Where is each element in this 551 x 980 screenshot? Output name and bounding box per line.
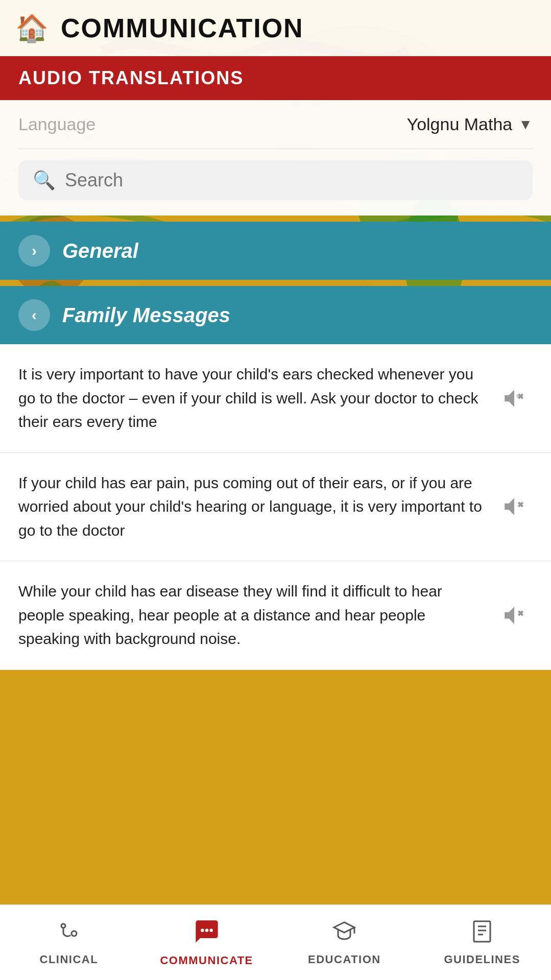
clinical-nav-label: CLINICAL [40,953,99,966]
svg-rect-28 [474,921,490,942]
chevron-down-icon: ▼ [518,116,533,133]
sidebar-item-education[interactable]: EDUCATION [276,905,414,980]
search-input[interactable] [65,170,518,191]
general-section-title: General [62,240,138,262]
chevron-right-icon: › [32,242,37,259]
language-selected-value: Yolgnu Matha [407,114,513,134]
message-text: While your child has ear disease they wi… [18,580,484,651]
search-icon: 🔍 [33,170,56,191]
svg-point-25 [205,928,208,932]
language-dropdown[interactable]: Yolgnu Matha ▼ [407,114,533,134]
audio-play-button-2[interactable] [496,488,533,525]
list-item: While your child has ear disease they wi… [0,561,551,670]
chevron-down-icon: ‹ [32,306,37,324]
list-item: It is very important to have your child'… [0,344,551,453]
svg-point-23 [71,931,77,936]
family-messages-section-header[interactable]: ‹ Family Messages [0,286,551,344]
audio-play-button-1[interactable] [496,380,533,417]
audio-play-button-3[interactable] [496,597,533,634]
sidebar-item-guidelines[interactable]: GUIDELINES [413,905,551,980]
page-title: COMMUNICATION [61,13,304,43]
message-text: If your child has ear pain, pus coming o… [18,471,484,543]
language-section: Language Yolgnu Matha ▼ 🔍 [0,100,551,216]
graduation-icon [332,919,356,949]
language-label: Language [18,114,95,134]
general-toggle-button[interactable]: › [18,235,50,267]
list-item: If your child has ear pain, pus coming o… [0,453,551,562]
svg-point-26 [209,928,213,932]
home-icon[interactable]: 🏠 [15,13,49,44]
general-section-header[interactable]: › General [0,222,551,280]
language-row: Language Yolgnu Matha ▼ [18,100,533,149]
svg-point-24 [201,928,204,932]
guidelines-nav-label: GUIDELINES [444,953,520,966]
family-messages-section-title: Family Messages [62,304,230,327]
stethoscope-icon [57,919,81,949]
message-text: It is very important to have your child'… [18,363,484,434]
bottom-navigation: CLINICAL COMMUNICATE EDUCATION [0,904,551,980]
search-box: 🔍 [18,160,533,200]
sidebar-item-clinical[interactable]: CLINICAL [0,905,138,980]
family-messages-toggle-button[interactable]: ‹ [18,299,50,331]
chat-icon [194,918,220,950]
audio-translations-bar: AUDIO TRANSLATIONS [0,56,551,100]
messages-container: It is very important to have your child'… [0,344,551,670]
sidebar-item-communicate[interactable]: COMMUNICATE [138,905,276,980]
audio-translations-label: AUDIO TRANSLATIONS [18,67,244,88]
header: 🏠 COMMUNICATION [0,0,551,56]
document-icon [470,919,494,949]
education-nav-label: EDUCATION [308,953,381,966]
communicate-nav-label: COMMUNICATE [160,954,253,967]
